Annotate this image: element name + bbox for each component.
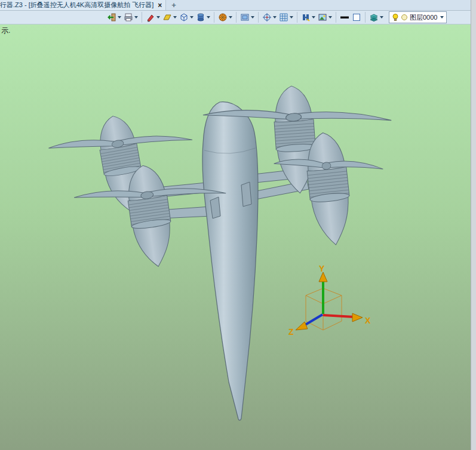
solid-view-icon <box>196 13 205 22</box>
chevron-down-icon[interactable] <box>229 16 232 19</box>
chevron-down-icon[interactable] <box>190 16 194 19</box>
chevron-down-icon[interactable] <box>251 16 254 19</box>
chevron-down-icon[interactable] <box>290 16 293 19</box>
display-mode-icon <box>240 13 250 22</box>
face-color-icon <box>352 13 361 22</box>
toolbar: 图层0000 <box>0 11 476 24</box>
wireframe-view-button[interactable] <box>179 11 194 24</box>
face-color-button[interactable] <box>351 11 362 24</box>
grid-button[interactable] <box>278 11 294 24</box>
layer-color-swatch-icon <box>401 14 408 21</box>
layer-dropdown-value: 图层0000 <box>410 13 437 22</box>
toolbar-separator <box>365 12 366 23</box>
chevron-down-icon[interactable] <box>312 16 315 19</box>
print-button[interactable] <box>123 11 139 24</box>
document-tab[interactable]: 行器.Z3 - [折叠遥控无人机4K高清双摄像航拍 飞行器] × <box>0 0 166 10</box>
line-width-button[interactable] <box>339 11 350 24</box>
toolbar-separator <box>236 12 237 23</box>
pen-style-button[interactable] <box>145 11 161 24</box>
sketch-plane-button[interactable] <box>162 11 177 24</box>
layers-icon <box>369 13 379 22</box>
chevron-down-icon[interactable] <box>440 16 444 19</box>
tab-bar: 行器.Z3 - [折叠遥控无人机4K高清双摄像航拍 飞行器] × + <box>0 0 476 11</box>
tab-close-button[interactable]: × <box>158 2 162 9</box>
chevron-down-icon[interactable] <box>118 16 121 19</box>
display-mode-button[interactable] <box>239 11 255 24</box>
axis-label-z: Z <box>288 327 294 337</box>
exit-icon <box>107 13 116 22</box>
chevron-down-icon[interactable] <box>273 16 277 19</box>
hatch-icon <box>301 13 311 22</box>
axis-label-x: X <box>365 316 371 325</box>
chevron-down-icon[interactable] <box>380 16 383 19</box>
target-button[interactable] <box>262 11 277 24</box>
new-tab-button[interactable]: + <box>166 1 182 10</box>
layers-button[interactable] <box>368 11 384 24</box>
render-image-icon <box>318 13 327 22</box>
hatch-button[interactable] <box>300 11 316 24</box>
bulb-icon <box>392 13 399 21</box>
document-tab-title: 行器.Z3 - [折叠遥控无人机4K高清双摄像航拍 飞行器] <box>0 1 153 10</box>
chevron-down-icon[interactable] <box>134 16 138 19</box>
sketch-plane-icon <box>162 13 172 22</box>
prompt-text: 示. <box>1 26 10 36</box>
shaded-view-button[interactable] <box>195 11 211 24</box>
target-icon <box>262 13 272 22</box>
print-icon <box>124 13 133 22</box>
pen-icon <box>146 13 155 22</box>
window-right-edge <box>471 0 476 450</box>
toolbar-separator <box>214 12 214 23</box>
color-wheel-icon <box>218 13 228 22</box>
toolbar-separator <box>336 12 336 23</box>
axis-label-y: Y <box>319 264 325 273</box>
viewport-3d[interactable]: 示. <box>0 24 476 450</box>
render-image-button[interactable] <box>317 11 333 24</box>
wireframe-cube-icon <box>179 13 189 22</box>
axis-triad: Y X Z <box>0 24 476 450</box>
chevron-down-icon[interactable] <box>173 16 177 19</box>
grid-icon <box>279 13 288 22</box>
chevron-down-icon[interactable] <box>207 16 210 19</box>
line-width-icon <box>340 13 349 22</box>
layer-dropdown[interactable]: 图层0000 <box>389 11 447 23</box>
chevron-down-icon[interactable] <box>328 16 332 19</box>
toolbar-separator <box>258 12 259 23</box>
color-wheel-button[interactable] <box>217 11 233 24</box>
chevron-down-icon[interactable] <box>156 16 160 19</box>
toolbar-separator <box>142 12 142 23</box>
exit-button[interactable] <box>106 11 122 24</box>
toolbar-spacer <box>0 17 105 18</box>
toolbar-separator <box>297 12 297 23</box>
